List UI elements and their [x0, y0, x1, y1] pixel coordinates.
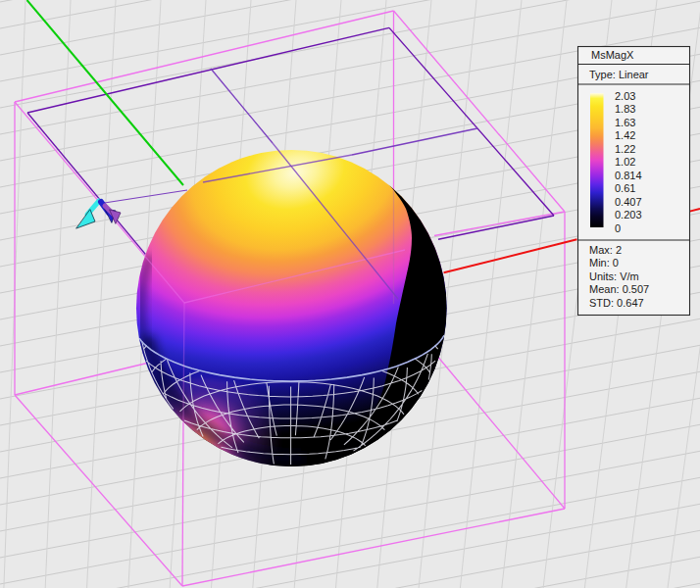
svg-text:1.42: 1.42 — [615, 129, 635, 141]
svg-text:1.63: 1.63 — [615, 117, 635, 128]
svg-text:Max: 2: Max: 2 — [589, 244, 622, 256]
svg-text:1.22: 1.22 — [615, 143, 635, 155]
svg-text:MsMagX: MsMagX — [591, 49, 634, 61]
svg-text:0.61: 0.61 — [615, 182, 635, 194]
svg-text:STD: 0.647: STD: 0.647 — [589, 297, 644, 309]
svg-text:0.814: 0.814 — [615, 170, 642, 181]
svg-text:1.02: 1.02 — [615, 156, 635, 168]
svg-text:Min: 0: Min: 0 — [589, 257, 619, 269]
svg-text:0.407: 0.407 — [615, 196, 642, 208]
svg-text:2.03: 2.03 — [615, 90, 635, 102]
svg-text:Units: V/m: Units: V/m — [589, 270, 639, 282]
svg-text:Type: Linear: Type: Linear — [589, 69, 649, 80]
svg-text:0: 0 — [615, 222, 621, 234]
svg-text:0.203: 0.203 — [615, 209, 642, 220]
svg-text:Mean: 0.507: Mean: 0.507 — [589, 283, 649, 295]
svg-text:1.83: 1.83 — [615, 103, 635, 115]
